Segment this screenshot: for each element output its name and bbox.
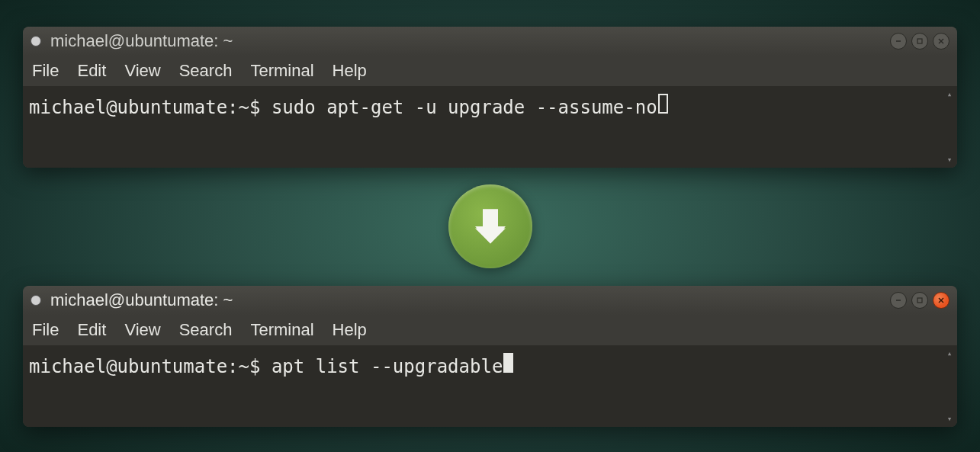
terminal-window-bottom: michael@ubuntumate: ~ File Edit View Sea… xyxy=(23,286,957,427)
scrollbar[interactable]: ▴ ▾ xyxy=(944,348,955,424)
menu-search[interactable]: Search xyxy=(179,320,233,340)
menubar: File Edit View Search Terminal Help xyxy=(23,315,957,345)
scrollbar[interactable]: ▴ ▾ xyxy=(944,89,955,165)
terminal-body[interactable]: michael@ubuntumate:~$ sudo apt-get -u up… xyxy=(23,86,957,168)
menu-edit[interactable]: Edit xyxy=(77,320,106,340)
down-arrow-badge xyxy=(448,184,532,268)
terminal-window-top: michael@ubuntumate: ~ File Edit View Sea… xyxy=(23,27,957,168)
menu-help[interactable]: Help xyxy=(333,320,367,340)
menu-file[interactable]: File xyxy=(32,320,59,340)
command-text: apt list --upgradable xyxy=(272,356,503,377)
titlebar[interactable]: michael@ubuntumate: ~ xyxy=(23,27,957,56)
window-controls xyxy=(890,292,949,309)
arrow-down-icon xyxy=(468,204,513,249)
command-text: sudo apt-get -u upgrade --assume-no xyxy=(272,97,657,118)
close-icon xyxy=(937,37,945,45)
window-title: michael@ubuntumate: ~ xyxy=(50,290,233,310)
menu-search[interactable]: Search xyxy=(179,61,233,81)
window-title: michael@ubuntumate: ~ xyxy=(50,31,233,51)
maximize-icon xyxy=(916,37,924,45)
cursor-icon xyxy=(658,94,668,114)
menubar: File Edit View Search Terminal Help xyxy=(23,56,957,86)
maximize-icon xyxy=(916,297,924,304)
window-controls xyxy=(890,33,949,50)
scroll-down-icon[interactable]: ▾ xyxy=(944,414,955,424)
maximize-button[interactable] xyxy=(911,33,928,50)
menu-help[interactable]: Help xyxy=(333,61,367,81)
terminal-body[interactable]: michael@ubuntumate:~$ apt list --upgrada… xyxy=(23,345,957,427)
app-icon xyxy=(31,295,41,306)
close-button[interactable] xyxy=(933,33,949,50)
terminal-line: michael@ubuntumate:~$ sudo apt-get -u up… xyxy=(29,94,668,118)
menu-view[interactable]: View xyxy=(124,320,160,340)
menu-terminal[interactable]: Terminal xyxy=(250,320,313,340)
close-icon xyxy=(937,297,945,304)
close-button[interactable] xyxy=(933,292,949,309)
cursor-icon xyxy=(503,353,513,373)
scroll-down-icon[interactable]: ▾ xyxy=(944,155,955,165)
maximize-button[interactable] xyxy=(911,292,928,309)
app-icon xyxy=(31,36,41,46)
scroll-up-icon[interactable]: ▴ xyxy=(944,348,955,358)
titlebar[interactable]: michael@ubuntumate: ~ xyxy=(23,286,957,315)
scroll-up-icon[interactable]: ▴ xyxy=(944,89,955,99)
menu-view[interactable]: View xyxy=(124,61,160,81)
prompt: michael@ubuntumate:~$ xyxy=(29,97,272,118)
minimize-icon xyxy=(895,297,902,304)
prompt: michael@ubuntumate:~$ xyxy=(29,356,272,377)
minimize-button[interactable] xyxy=(890,33,907,50)
svg-rect-1 xyxy=(917,39,922,43)
minimize-button[interactable] xyxy=(890,292,907,309)
menu-terminal[interactable]: Terminal xyxy=(250,61,313,81)
menu-edit[interactable]: Edit xyxy=(77,61,106,81)
menu-file[interactable]: File xyxy=(32,61,59,81)
svg-rect-5 xyxy=(917,298,922,303)
minimize-icon xyxy=(895,37,902,45)
terminal-line: michael@ubuntumate:~$ apt list --upgrada… xyxy=(29,353,513,377)
